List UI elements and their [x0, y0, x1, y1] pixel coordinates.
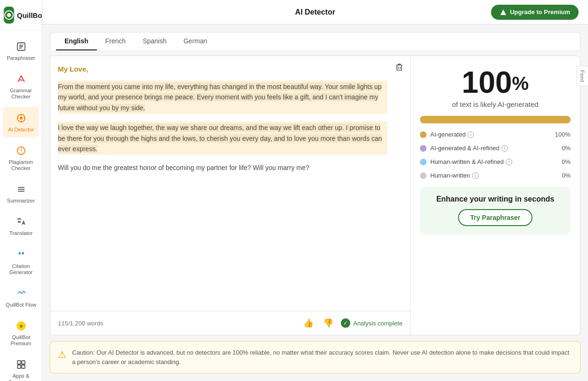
- percentage-sign: %: [512, 73, 529, 94]
- logo-text: QuillBot: [17, 11, 44, 19]
- human-ai-value: 0%: [562, 158, 571, 165]
- ai-refined-info-icon[interactable]: i: [501, 145, 508, 152]
- thumbs-down-button[interactable]: 👎: [321, 316, 335, 330]
- sidebar-item-plagiarism[interactable]: Plagiarism Checker: [3, 139, 39, 176]
- svg-rect-24: [22, 365, 25, 368]
- enhance-box: Enhance your writing in seconds Try Para…: [420, 186, 571, 235]
- editor-panel: My Love, From the moment you came into m…: [50, 56, 411, 335]
- topbar: AI Detector Upgrade to Premium: [42, 0, 588, 24]
- word-count: 115/1,200 words: [58, 320, 103, 327]
- sidebar-item-paraphraser-label: Paraphraser: [7, 55, 35, 61]
- sidebar-bottom: Apps & Extensions: [0, 352, 42, 381]
- progress-bar: [420, 116, 571, 123]
- apps-icon: [15, 358, 28, 371]
- ai-detector-icon: [15, 112, 28, 125]
- flow-icon: [15, 287, 28, 300]
- sidebar-item-grammar[interactable]: Grammar Checker: [3, 68, 39, 105]
- clear-button[interactable]: [394, 62, 404, 74]
- stat-row-human-ai: Human-written & AI-refined i 0%: [420, 158, 571, 165]
- logo-icon: [4, 7, 14, 24]
- editor-content[interactable]: My Love, From the moment you came into m…: [50, 56, 410, 311]
- sidebar-item-summarizer[interactable]: Summarizer: [3, 178, 39, 209]
- svg-marker-25: [500, 9, 506, 15]
- sidebar-item-flow[interactable]: QuillBot Flow: [3, 282, 39, 313]
- plagiarism-icon: [15, 144, 28, 157]
- svg-point-1: [7, 13, 11, 17]
- percentage-number: 100: [462, 65, 512, 99]
- human-dot: [420, 172, 427, 179]
- sidebar-item-citation-label: Citation Generator: [5, 263, 37, 276]
- human-value: 0%: [562, 172, 571, 179]
- sidebar-item-paraphraser[interactable]: Paraphraser: [3, 35, 39, 66]
- ai-generated-dot: [420, 131, 427, 138]
- caution-text: Caution: Our AI Detector is advanced, bu…: [72, 348, 572, 366]
- sidebar-item-premium-label: QuillBot Premium: [5, 334, 37, 347]
- editor-title: My Love,: [58, 64, 387, 75]
- ai-percentage: 100% of text is likely AI-generated: [420, 67, 571, 108]
- sidebar: QuillBot Paraphraser Grammar Checker AI …: [0, 0, 42, 381]
- paraphraser-icon: [15, 40, 28, 53]
- percentage-label: of text is likely AI-generated: [420, 100, 571, 108]
- sidebar-item-ai-detector-label: AI Detector: [8, 127, 34, 133]
- citation-icon: [15, 248, 28, 261]
- sidebar-item-plagiarism-label: Plagiarism Checker: [5, 159, 37, 171]
- human-ai-info-icon[interactable]: i: [506, 159, 512, 165]
- tab-french[interactable]: French: [97, 32, 135, 50]
- ai-refined-label: AI-generated & AI-refined i: [430, 145, 508, 152]
- ai-generated-value: 100%: [555, 131, 571, 138]
- feed-button[interactable]: Feed: [576, 66, 588, 86]
- svg-rect-23: [17, 365, 21, 368]
- ai-refined-dot: [420, 145, 427, 152]
- svg-point-15: [21, 152, 22, 153]
- sidebar-item-translator[interactable]: Translator: [3, 211, 39, 241]
- ai-refined-value: 0%: [562, 145, 571, 152]
- main-content: English French Spanish German My Love, F…: [42, 24, 588, 381]
- stat-row-ai-generated: AI-generated i 100%: [420, 131, 571, 138]
- ai-generated-info-icon[interactable]: i: [467, 131, 474, 138]
- sidebar-item-ai-detector[interactable]: AI Detector: [3, 107, 39, 138]
- tab-german[interactable]: German: [175, 32, 216, 50]
- stats-list: AI-generated i 100% AI-generated & AI-re…: [420, 131, 571, 179]
- upgrade-button[interactable]: Upgrade to Premium: [491, 5, 579, 20]
- svg-text:★: ★: [19, 323, 24, 329]
- try-paraphraser-button[interactable]: Try Paraphraser: [458, 209, 533, 226]
- stat-row-human: Human-written i 0%: [420, 172, 571, 179]
- editor-footer: 115/1,200 words 👍 👎 ✓ Analysis complete: [50, 311, 410, 335]
- tab-english[interactable]: English: [56, 32, 97, 50]
- human-label: Human-written i: [430, 172, 479, 179]
- progress-bar-fill: [420, 116, 571, 123]
- svg-rect-26: [397, 65, 402, 70]
- tab-spanish[interactable]: Spanish: [134, 32, 175, 50]
- paragraph-1: From the moment you came into my life, e…: [58, 81, 387, 114]
- ai-generated-label: AI-generated i: [430, 131, 474, 138]
- human-info-icon[interactable]: i: [472, 172, 479, 179]
- sidebar-item-summarizer-label: Summarizer: [7, 198, 35, 204]
- sidebar-item-citation[interactable]: Citation Generator: [3, 243, 39, 280]
- sidebar-item-apps-label: Apps & Extensions: [5, 373, 37, 381]
- grammar-icon: [15, 73, 28, 86]
- caution-icon: ⚠: [58, 349, 66, 360]
- topbar-title: AI Detector: [295, 8, 335, 16]
- sidebar-item-grammar-label: Grammar Checker: [5, 88, 37, 100]
- caution-banner: ⚠ Caution: Our AI Detector is advanced, …: [50, 341, 580, 373]
- sidebar-item-apps[interactable]: Apps & Extensions: [3, 353, 39, 381]
- premium-icon: ★: [15, 319, 28, 332]
- logo[interactable]: QuillBot: [0, 0, 42, 31]
- svg-rect-22: [22, 361, 25, 364]
- stat-row-ai-refined: AI-generated & AI-refined i 0%: [420, 145, 571, 152]
- sidebar-item-premium[interactable]: ★ QuillBot Premium: [3, 315, 39, 351]
- sidebar-nav: Paraphraser Grammar Checker AI Detector …: [0, 31, 42, 352]
- translator-icon: [15, 215, 28, 228]
- paragraph-2: I love the way we laugh together, the wa…: [58, 122, 387, 155]
- content-wrapper: My Love, From the moment you came into m…: [50, 56, 580, 335]
- analysis-complete: ✓ Analysis complete: [341, 318, 403, 328]
- sidebar-item-flow-label: QuillBot Flow: [6, 302, 36, 308]
- check-icon: ✓: [341, 318, 350, 328]
- sidebar-item-translator-label: Translator: [9, 230, 32, 236]
- svg-point-8: [20, 117, 23, 120]
- paragraph-3: Will you do me the greatest honor of bec…: [58, 162, 387, 173]
- editor-toolbar: [394, 62, 404, 74]
- enhance-title: Enhance your writing in seconds: [428, 195, 562, 203]
- tabs-bar: English French Spanish German: [50, 32, 580, 50]
- thumbs-up-button[interactable]: 👍: [301, 316, 315, 330]
